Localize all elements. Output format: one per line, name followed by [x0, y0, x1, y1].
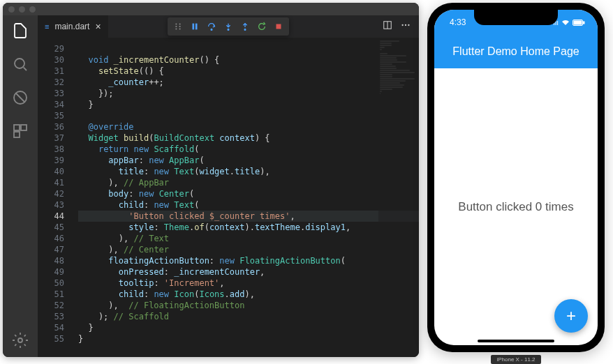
- svg-rect-23: [574, 21, 582, 24]
- svg-rect-12: [193, 24, 195, 30]
- app-title: Flutter Demo Home Page: [452, 45, 579, 58]
- svg-point-6: [175, 23, 177, 24]
- stop-icon[interactable]: [271, 19, 286, 34]
- window-titlebar: [3, 3, 419, 15]
- fab-add-button[interactable]: +: [554, 299, 588, 333]
- svg-point-16: [244, 29, 246, 31]
- extensions-icon[interactable]: [12, 123, 29, 139]
- simulator-panel: 4:33 •ılı Flutter Demo Home Page Button …: [419, 0, 613, 364]
- step-into-icon[interactable]: [221, 19, 236, 34]
- close-icon[interactable]: ×: [95, 21, 101, 32]
- phone-screen: 4:33 •ılı Flutter Demo Home Page Button …: [434, 10, 598, 345]
- svg-point-8: [175, 28, 177, 29]
- code-content: void _incrementCounter() { setState(() {…: [73, 38, 419, 357]
- svg-point-10: [179, 26, 181, 27]
- svg-point-5: [18, 338, 22, 342]
- app-body: Button clicked 0 times +: [434, 68, 598, 345]
- status-time: 4:33: [450, 17, 466, 27]
- battery-icon: [573, 20, 585, 26]
- explorer-icon[interactable]: [12, 22, 29, 39]
- svg-point-14: [211, 29, 212, 31]
- vscode-window: ≡ main.dart ×: [3, 3, 419, 357]
- line-gutter: 2930313233343536373839404142434445464748…: [38, 38, 73, 357]
- svg-rect-3: [21, 125, 27, 130]
- drag-handle-icon[interactable]: [170, 19, 186, 34]
- pause-icon[interactable]: [187, 19, 202, 34]
- wifi-icon: [561, 19, 570, 26]
- simulator-label: iPhone X - 11.2: [491, 355, 540, 364]
- svg-rect-17: [276, 24, 281, 29]
- code-editor[interactable]: 2930313233343536373839404142434445464748…: [38, 38, 419, 357]
- svg-point-11: [179, 28, 181, 29]
- phone-frame: 4:33 •ılı Flutter Demo Home Page Button …: [427, 3, 605, 352]
- plus-icon: +: [566, 306, 576, 326]
- traffic-light-min[interactable]: [19, 6, 25, 13]
- debug-icon[interactable]: [12, 89, 29, 106]
- minimap[interactable]: [378, 38, 419, 357]
- split-editor-icon[interactable]: [383, 20, 392, 33]
- gear-icon[interactable]: [12, 332, 29, 349]
- svg-point-21: [408, 24, 409, 26]
- svg-point-20: [405, 24, 406, 26]
- debug-toolbar: [168, 17, 289, 36]
- svg-point-0: [15, 59, 24, 68]
- svg-point-7: [175, 26, 177, 27]
- counter-text: Button clicked 0 times: [458, 200, 573, 214]
- step-over-icon[interactable]: [204, 19, 219, 34]
- more-icon[interactable]: [401, 20, 411, 33]
- search-icon[interactable]: [12, 56, 29, 73]
- svg-rect-2: [14, 125, 20, 130]
- svg-point-19: [401, 24, 403, 26]
- tab-file-icon: ≡: [45, 22, 49, 31]
- traffic-light-max[interactable]: [29, 6, 36, 13]
- tab-label: main.dart: [54, 22, 89, 31]
- traffic-light-close[interactable]: [8, 6, 15, 13]
- tab-bar: ≡ main.dart ×: [38, 15, 419, 38]
- svg-rect-24: [584, 22, 585, 24]
- svg-point-9: [179, 23, 181, 24]
- svg-rect-4: [14, 132, 20, 137]
- svg-point-15: [228, 29, 229, 31]
- svg-rect-13: [195, 24, 198, 30]
- phone-notch: [474, 10, 558, 25]
- app-bar: Flutter Demo Home Page: [434, 35, 598, 68]
- step-out-icon[interactable]: [237, 19, 253, 34]
- activity-bar: [3, 15, 38, 357]
- restart-icon[interactable]: [254, 19, 269, 34]
- tab-main-dart[interactable]: ≡ main.dart ×: [38, 15, 108, 38]
- home-indicator[interactable]: [478, 340, 554, 342]
